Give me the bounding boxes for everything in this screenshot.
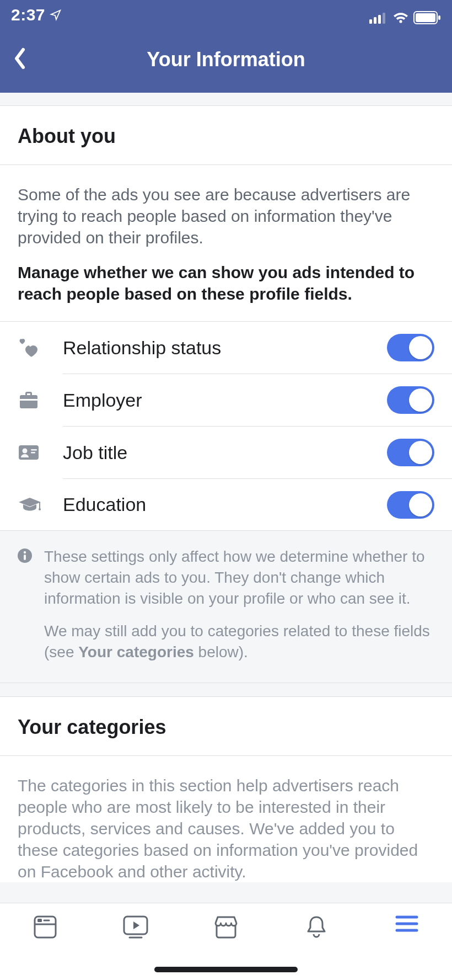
home-indicator[interactable] (154, 967, 298, 972)
cellular-signal-icon (369, 12, 388, 24)
section-description-categories: The categories in this section help adve… (0, 756, 452, 882)
toggle-job-title[interactable] (387, 439, 434, 466)
page-title: Your Information (147, 48, 305, 71)
content-scroll[interactable]: About you Some of the ads you see are be… (0, 93, 452, 903)
categories-paragraph-1: The categories in this section help adve… (18, 775, 434, 882)
wifi-icon (392, 12, 409, 24)
svg-point-14 (24, 551, 26, 553)
back-button[interactable] (13, 47, 26, 72)
about-paragraph-1: Some of the ads you see are because adve… (18, 184, 434, 248)
svg-rect-9 (31, 449, 37, 451)
chevron-left-icon (13, 47, 26, 70)
newsfeed-icon (33, 914, 58, 940)
svg-rect-1 (374, 17, 376, 24)
svg-rect-5 (416, 13, 435, 22)
field-education: Education (0, 479, 452, 531)
svg-rect-11 (39, 502, 40, 509)
field-label: Employer (51, 390, 387, 411)
field-relationship-status: Relationship status (0, 322, 452, 374)
graduation-cap-icon (18, 497, 51, 513)
section-heading-about: About you (0, 106, 452, 165)
field-employer: Employer (0, 374, 452, 426)
field-job-title: Job title (0, 427, 452, 478)
field-label: Education (51, 494, 387, 515)
marketplace-icon (212, 914, 240, 940)
bell-icon (305, 914, 328, 940)
svg-rect-7 (19, 445, 39, 460)
section-description-about: Some of the ads you see are because adve… (0, 165, 452, 322)
field-label: Relationship status (51, 337, 387, 359)
svg-rect-6 (438, 15, 440, 20)
svg-rect-15 (24, 555, 26, 560)
info-paragraph-1: These settings only affect how we determ… (44, 546, 434, 609)
toggle-employer[interactable] (387, 386, 434, 414)
svg-marker-21 (133, 922, 139, 929)
id-card-icon (18, 444, 51, 461)
info-note: These settings only affect how we determ… (0, 531, 452, 683)
status-icons (369, 11, 441, 24)
nav-bar: Your Information (0, 26, 452, 93)
location-arrow-icon (50, 9, 62, 21)
tab-newsfeed[interactable] (29, 914, 62, 940)
svg-rect-3 (383, 13, 385, 24)
tab-watch[interactable] (119, 914, 152, 940)
about-paragraph-2: Manage whether we can show you ads inten… (18, 262, 434, 305)
hearts-icon (18, 338, 51, 358)
svg-point-8 (23, 449, 28, 454)
battery-icon (413, 11, 441, 24)
watch-icon (122, 914, 149, 940)
profile-fields-list: Relationship status Employer (0, 322, 452, 531)
status-bar: 2:37 (0, 0, 452, 26)
tab-menu[interactable] (390, 914, 423, 933)
svg-rect-2 (378, 15, 381, 24)
field-label: Job title (51, 442, 387, 464)
svg-rect-0 (369, 19, 372, 24)
status-time: 2:37 (11, 6, 45, 24)
toggle-relationship-status[interactable] (387, 334, 434, 361)
briefcase-icon (18, 390, 51, 410)
hamburger-icon (395, 914, 419, 933)
svg-rect-10 (31, 452, 35, 454)
tab-notifications[interactable] (300, 914, 333, 940)
toggle-education[interactable] (387, 491, 434, 519)
tab-marketplace[interactable] (209, 914, 243, 940)
tab-bar (0, 903, 452, 980)
svg-rect-18 (37, 919, 42, 922)
section-heading-categories: Your categories (0, 696, 452, 756)
info-icon (18, 546, 33, 663)
svg-point-12 (39, 508, 41, 510)
info-paragraph-2: We may still add you to categories relat… (44, 621, 434, 663)
